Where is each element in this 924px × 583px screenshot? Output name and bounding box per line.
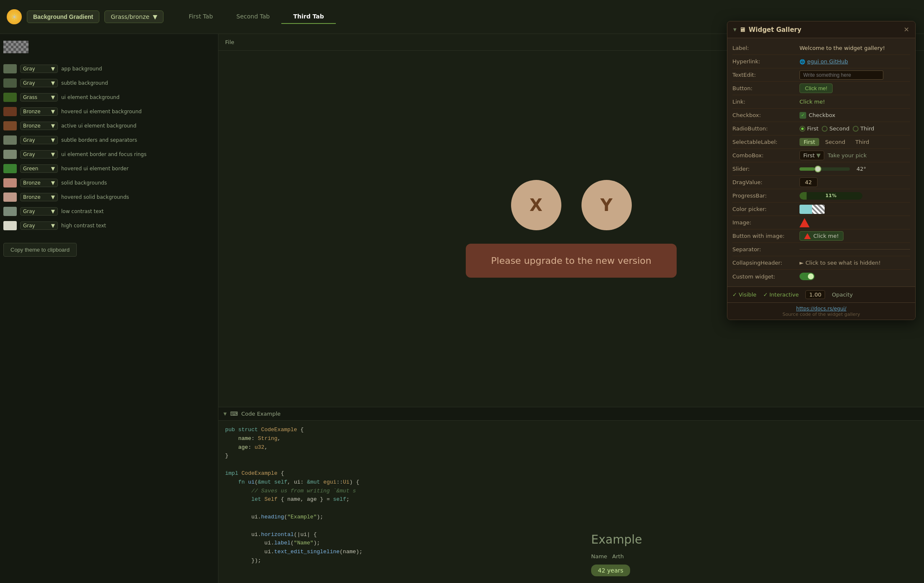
color-dropdown-4[interactable]: Bronze ▼ xyxy=(20,122,58,130)
gallery-body: Label: Welcome to the widget gallery! Hy… xyxy=(727,38,915,286)
color-swatch[interactable] xyxy=(3,193,17,202)
gallery-row-collapsing: CollapsingHeader: ► Click to see what is… xyxy=(732,256,910,270)
slider-track[interactable] xyxy=(799,167,850,171)
btn-image-icon xyxy=(804,233,811,239)
drag-value-box[interactable]: 42 xyxy=(799,177,818,187)
hyperlink-egui[interactable]: egui on GitHub xyxy=(807,58,848,65)
color-dropdown-8[interactable]: Bronze ▼ xyxy=(20,179,58,187)
color-picker-right xyxy=(812,205,825,214)
combo-box[interactable]: First ▼ xyxy=(799,151,824,160)
gallery-row-hyperlink: Hyperlink: 🌐 egui on GitHub xyxy=(732,55,910,68)
color-desc: hovered ui element background xyxy=(61,109,142,115)
color-desc: subtle background xyxy=(61,80,108,86)
color-dropdown-11[interactable]: Gray ▼ xyxy=(20,221,58,230)
color-swatch[interactable] xyxy=(3,107,17,116)
gallery-row-image: Image: xyxy=(732,216,910,229)
combo-hint: Take your pick xyxy=(828,152,867,159)
tab-second[interactable]: Second Tab xyxy=(225,10,282,24)
code-body: pub struct CodeExample { name: String, a… xyxy=(218,421,924,576)
visible-check[interactable]: ✓ Visible xyxy=(732,292,756,298)
checkbox-box: ✓ xyxy=(799,112,806,119)
theme-button[interactable]: Background Gradient xyxy=(27,10,99,23)
toggle-switch[interactable] xyxy=(799,273,815,280)
widget-gallery: ▼ 🖥 Widget Gallery ✕ Label: Welcome to t… xyxy=(727,21,916,320)
slider-thumb xyxy=(815,166,821,172)
sel-second[interactable]: Second xyxy=(821,138,849,146)
color-dropdown-9[interactable]: Bronze ▼ xyxy=(20,193,58,201)
color-dropdown-7[interactable]: Green ▼ xyxy=(20,164,58,173)
color-row: Green ▼ hovered ui element border xyxy=(3,161,215,176)
gallery-row-checkbox: Checkbox: ✓ Checkbox xyxy=(732,109,910,122)
color-swatch[interactable] xyxy=(3,78,17,88)
color-dropdown-0[interactable]: Gray ▼ xyxy=(20,65,58,73)
dropdown-arrow-icon: ▼ xyxy=(51,194,55,200)
checkbox-item[interactable]: ✓ Checkbox xyxy=(799,112,836,119)
code-panel-title: Code Example xyxy=(241,411,280,417)
color-desc: ui element background xyxy=(61,94,119,100)
color-dropdown-2[interactable]: Grass ▼ xyxy=(20,93,58,102)
gallery-close-button[interactable]: ✕ xyxy=(904,26,909,34)
color-swatch[interactable] xyxy=(3,150,17,159)
color-row: Gray ▼ subtle borders and separators xyxy=(3,133,215,147)
color-swatch[interactable] xyxy=(3,64,17,73)
color-swatch[interactable] xyxy=(3,207,17,216)
text-edit-input[interactable] xyxy=(799,70,883,80)
color-desc: app background xyxy=(61,66,102,72)
color-swatch[interactable] xyxy=(3,221,17,230)
visible-check-icon: ✓ xyxy=(732,292,737,298)
radio-dot-second xyxy=(822,126,828,132)
example-heading: Example xyxy=(591,533,724,547)
interactive-check[interactable]: ✓ Interactive xyxy=(763,292,799,298)
color-dropdown-1[interactable]: Gray ▼ xyxy=(20,79,58,87)
dropdown-arrow-icon: ▼ xyxy=(51,166,55,172)
left-panel: Gray ▼ app background Gray ▼ subtle back… xyxy=(0,34,218,583)
color-row: Bronze ▼ active ui element background xyxy=(3,119,215,133)
tab-third[interactable]: Third Tab xyxy=(281,10,335,24)
gallery-header: ▼ 🖥 Widget Gallery ✕ xyxy=(727,21,915,38)
opacity-box[interactable]: 1.00 xyxy=(805,290,825,299)
code-panel: ▼ ⌨ Code Example pub struct CodeExample … xyxy=(218,407,924,583)
gallery-row-btnimage: Button with image: Click me! xyxy=(732,229,910,243)
gallery-docs-link[interactable]: https://docs.rs/egui/ xyxy=(796,306,846,312)
radio-dot-third xyxy=(853,126,859,132)
gallery-row-link: Link: Click me! xyxy=(732,95,910,109)
link-click[interactable]: Click me! xyxy=(799,99,825,105)
radio-group: First Second Third xyxy=(799,125,874,132)
color-rows-container: Gray ▼ app background Gray ▼ subtle back… xyxy=(3,62,215,233)
interactive-check-icon: ✓ xyxy=(763,292,768,298)
color-dropdown-5[interactable]: Gray ▼ xyxy=(20,136,58,144)
color-dropdown-3[interactable]: Bronze ▼ xyxy=(20,107,58,116)
collapsing-header[interactable]: ► Click to see what is hidden! xyxy=(799,260,881,266)
collapse-arrow-icon[interactable]: ▼ xyxy=(223,411,227,416)
color-picker-swatch[interactable] xyxy=(799,205,825,214)
color-desc: low contrast text xyxy=(61,208,104,214)
toggle-thumb xyxy=(808,273,814,279)
dropdown-arrow-icon: ▼ xyxy=(51,66,55,72)
sel-first[interactable]: First xyxy=(799,138,819,146)
tab-first[interactable]: First Tab xyxy=(177,10,225,24)
color-swatch[interactable] xyxy=(3,164,17,173)
copy-theme-button[interactable]: Copy theme to clipboard xyxy=(3,243,77,257)
sel-third[interactable]: Third xyxy=(851,138,873,146)
click-me-button[interactable]: Click me! xyxy=(799,83,833,93)
button-with-image[interactable]: Click me! xyxy=(799,231,844,241)
monitor-icon: 🖥 xyxy=(739,26,745,34)
gallery-row-custom: Custom widget: xyxy=(732,270,910,283)
color-dropdown-6[interactable]: Gray ▼ xyxy=(20,150,58,159)
color-swatch[interactable] xyxy=(3,93,17,102)
color-swatch[interactable] xyxy=(3,135,17,145)
color-swatch[interactable] xyxy=(3,121,17,130)
preset-dropdown[interactable]: Grass/bronze ▼ xyxy=(104,10,164,23)
color-swatch[interactable] xyxy=(3,178,17,187)
gallery-collapse-arrow[interactable]: ▼ xyxy=(733,27,737,32)
color-dropdown-10[interactable]: Gray ▼ xyxy=(20,207,58,216)
color-row: Bronze ▼ hovered solid backgrounds xyxy=(3,190,215,204)
color-row: Gray ▼ app background xyxy=(3,62,215,76)
gallery-row-radio: RadioButton: First Second Third xyxy=(732,122,910,135)
separator-line xyxy=(799,249,910,250)
radio-first[interactable]: First xyxy=(799,125,818,132)
radio-third[interactable]: Third xyxy=(853,125,874,132)
gallery-title: 🖥 Widget Gallery xyxy=(739,26,802,34)
dropdown-arrow-icon: ▼ xyxy=(51,80,55,86)
radio-second[interactable]: Second xyxy=(822,125,849,132)
